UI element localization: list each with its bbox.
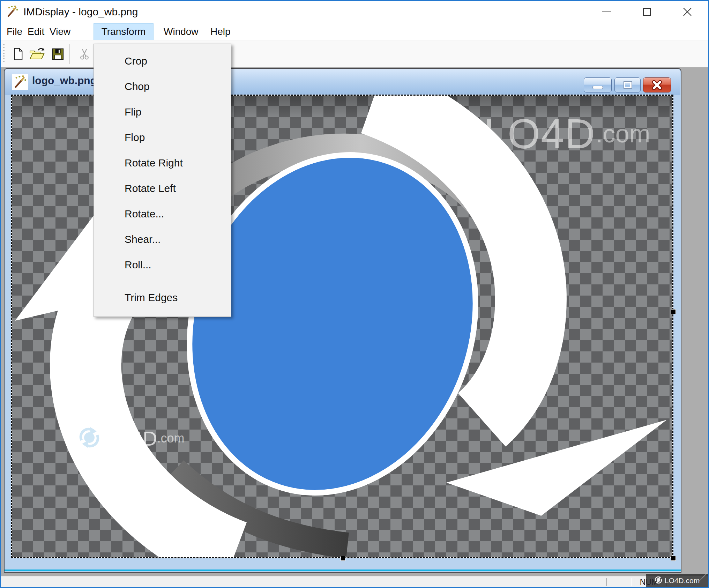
menu-item-shear[interactable]: Shear... bbox=[94, 226, 231, 252]
cut-button-disabled bbox=[76, 46, 92, 62]
resize-grip[interactable] bbox=[698, 573, 707, 582]
new-file-icon bbox=[12, 47, 25, 61]
title-bar[interactable]: IMDisplay - logo_wb.png bbox=[1, 1, 708, 22]
menu-edit[interactable]: Edit bbox=[26, 23, 46, 40]
imdisplay-window: IMDisplay - logo_wb.png File Edit View T… bbox=[0, 0, 709, 588]
recycle-icon bbox=[78, 426, 101, 451]
open-folder-icon bbox=[29, 47, 45, 61]
minimize-icon bbox=[593, 86, 603, 89]
document-close-button[interactable] bbox=[643, 77, 671, 92]
toolbar-separator bbox=[69, 44, 70, 64]
minimize-button[interactable] bbox=[596, 5, 617, 18]
maximize-icon bbox=[642, 7, 652, 17]
menu-window[interactable]: Window bbox=[162, 23, 200, 40]
menu-help[interactable]: Help bbox=[209, 23, 232, 40]
watermark-suffix: .com bbox=[157, 431, 185, 446]
menu-item-rotate-right[interactable]: Rotate Right bbox=[94, 150, 231, 176]
document-minimize-button[interactable] bbox=[584, 77, 612, 92]
recycle-icon bbox=[654, 576, 663, 586]
watermark-suffix: .com bbox=[596, 119, 650, 148]
minimize-icon bbox=[601, 7, 612, 17]
recycle-icon bbox=[431, 109, 480, 159]
menu-transform-active[interactable]: Transform bbox=[94, 23, 154, 40]
magic-wand-icon bbox=[6, 5, 18, 18]
menu-separator bbox=[94, 277, 231, 285]
lo4d-watermark-badge: LO4D.com bbox=[646, 574, 708, 587]
menu-item-flop[interactable]: Flop bbox=[94, 125, 231, 150]
transform-menu: Crop Chop Flip Flop Rotate Right Rotate … bbox=[94, 44, 231, 317]
menu-file[interactable]: File bbox=[5, 23, 24, 40]
toolbar-gripper[interactable] bbox=[3, 44, 5, 64]
menu-item-flip[interactable]: Flip bbox=[94, 99, 231, 125]
document-restore-button[interactable] bbox=[614, 77, 641, 92]
document-wand-icon bbox=[12, 74, 28, 90]
menu-item-crop[interactable]: Crop bbox=[94, 48, 231, 74]
menu-item-roll[interactable]: Roll... bbox=[94, 252, 231, 277]
menu-item-trim-edges[interactable]: Trim Edges bbox=[94, 285, 231, 310]
restore-icon bbox=[624, 82, 632, 88]
selection-handle-bottom[interactable] bbox=[341, 556, 345, 561]
menu-item-rotate-left[interactable]: Rotate Left bbox=[94, 176, 231, 201]
status-bar: NUM bbox=[1, 576, 708, 587]
new-file-button[interactable] bbox=[10, 46, 26, 62]
scissors-icon bbox=[78, 48, 91, 60]
menu-item-rotate[interactable]: Rotate... bbox=[94, 201, 231, 226]
watermark-bottom-left: LO4D .com bbox=[78, 426, 185, 451]
close-button[interactable] bbox=[677, 5, 697, 18]
watermark-text: LO4D bbox=[104, 427, 157, 450]
menu-bar: File Edit View Transform Window Help bbox=[1, 22, 708, 40]
document-frame-accent bbox=[5, 570, 681, 571]
watermark-top-right: LO4D .com bbox=[431, 109, 650, 159]
close-icon bbox=[682, 7, 693, 17]
watermark-text: LO4D.com bbox=[665, 576, 700, 585]
window-title: IMDisplay - logo_wb.png bbox=[23, 6, 138, 18]
status-pane-cap bbox=[606, 578, 632, 586]
document-title: logo_wb.png bbox=[32, 75, 97, 87]
selection-handle-corner[interactable] bbox=[671, 556, 676, 561]
selection-handle-right[interactable] bbox=[671, 309, 676, 314]
close-icon bbox=[652, 80, 662, 90]
save-button[interactable] bbox=[50, 46, 66, 62]
menu-view[interactable]: View bbox=[48, 23, 72, 40]
menu-item-chop[interactable]: Chop bbox=[94, 74, 231, 99]
watermark-text: LO4D bbox=[484, 110, 596, 158]
save-icon bbox=[51, 47, 65, 61]
maximize-button[interactable] bbox=[637, 5, 657, 18]
open-file-button[interactable] bbox=[29, 46, 45, 62]
